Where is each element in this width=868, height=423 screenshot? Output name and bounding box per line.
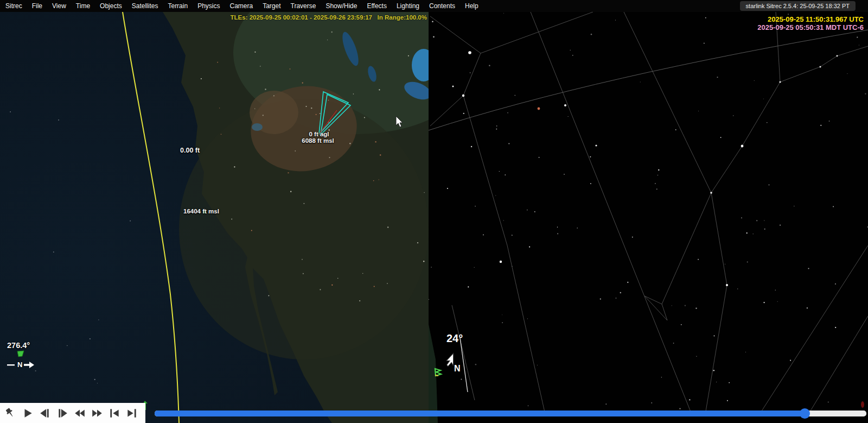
play-button[interactable] bbox=[21, 406, 35, 420]
great-salt-lake bbox=[252, 123, 263, 131]
menu-traverse[interactable]: Traverse bbox=[291, 0, 316, 12]
local-time: 2025-09-25 05:50:31 MDT UTC-6 bbox=[757, 23, 864, 31]
utc-time: 2025-09-25 11:50:31.967 UTC bbox=[757, 15, 864, 23]
jump-to-end-button[interactable] bbox=[125, 406, 139, 420]
track-altitude-label: 16404 ft msl bbox=[183, 208, 219, 214]
menu-physics[interactable]: Physics bbox=[197, 0, 220, 12]
jump-to-start-icon bbox=[108, 407, 120, 419]
menu-satellites[interactable]: Satellites bbox=[132, 0, 158, 12]
timeline-scrubber[interactable] bbox=[155, 411, 866, 416]
menu-bar: Sitrec File View Time Objects Satellites… bbox=[0, 0, 868, 12]
jump-to-end-icon bbox=[126, 407, 138, 419]
menu-lighting[interactable]: Lighting bbox=[397, 0, 419, 12]
jump-to-start-button[interactable] bbox=[107, 406, 122, 420]
menu-file[interactable]: File bbox=[32, 0, 42, 12]
map-compass: N bbox=[7, 361, 35, 369]
fast-forward-icon bbox=[91, 407, 103, 419]
pin-icon bbox=[4, 407, 16, 419]
map-canvas bbox=[0, 12, 429, 423]
compass-north-arrow-icon bbox=[24, 362, 35, 368]
camera-agl-label: 0 ft agl bbox=[309, 131, 329, 137]
sky-canvas bbox=[429, 12, 868, 423]
timeline-handle[interactable] bbox=[800, 408, 810, 419]
red-object-marker bbox=[861, 401, 864, 408]
step-back-button[interactable] bbox=[38, 406, 52, 420]
heading-readout: 276.4° bbox=[7, 341, 30, 350]
step-back-icon bbox=[39, 407, 51, 419]
playback-bar bbox=[0, 403, 145, 423]
menu-effects[interactable]: Effects bbox=[367, 0, 386, 12]
timeline-progress-fill bbox=[155, 411, 805, 416]
rewind-button[interactable] bbox=[73, 406, 87, 420]
sky-north-label: N bbox=[454, 364, 461, 374]
camera-marker-icon bbox=[16, 350, 25, 357]
app-version-title: starlink Sitrec 2.5.4: 25-09-25 18:32 PT bbox=[740, 1, 856, 11]
menu-terrain[interactable]: Terrain bbox=[168, 0, 188, 12]
menu-view[interactable]: View bbox=[52, 0, 66, 12]
menu-time[interactable]: Time bbox=[76, 0, 90, 12]
play-icon bbox=[22, 407, 34, 419]
step-forward-icon bbox=[56, 407, 68, 419]
pin-button[interactable] bbox=[3, 406, 17, 420]
menu-objects[interactable]: Objects bbox=[100, 0, 122, 12]
menu-show-hide[interactable]: Show/Hide bbox=[326, 0, 357, 12]
menu-contents[interactable]: Contents bbox=[429, 0, 455, 12]
rewind-icon bbox=[74, 407, 86, 419]
sky-view[interactable]: 2025-09-25 11:50:31.967 UTC 2025-09-25 0… bbox=[429, 12, 868, 423]
surface-altitude-label: 0.00 ft bbox=[180, 147, 200, 154]
red-giant-star bbox=[538, 108, 540, 110]
sitrec-app: Sitrec File View Time Objects Satellites… bbox=[0, 0, 868, 423]
map-view[interactable]: TLEs: 2025-09-25 00:02:01 - 2025-09-26 2… bbox=[0, 12, 429, 423]
menu-help[interactable]: Help bbox=[465, 0, 478, 12]
compass-tail-icon bbox=[7, 364, 16, 366]
fast-forward-button[interactable] bbox=[90, 406, 104, 420]
menu-sitrec[interactable]: Sitrec bbox=[5, 0, 22, 12]
fov-readout: 24° bbox=[446, 332, 463, 345]
map-north-label: N bbox=[17, 361, 22, 369]
tle-status: TLEs: 2025-09-25 00:02:01 - 2025-09-26 2… bbox=[231, 14, 427, 21]
menu-camera[interactable]: Camera bbox=[229, 0, 253, 12]
clock-readout: 2025-09-25 11:50:31.967 UTC 2025-09-25 0… bbox=[757, 15, 864, 31]
camera-msl-label: 6088 ft msl bbox=[302, 137, 334, 144]
step-forward-button[interactable] bbox=[55, 406, 69, 420]
menu-target[interactable]: Target bbox=[263, 0, 280, 12]
